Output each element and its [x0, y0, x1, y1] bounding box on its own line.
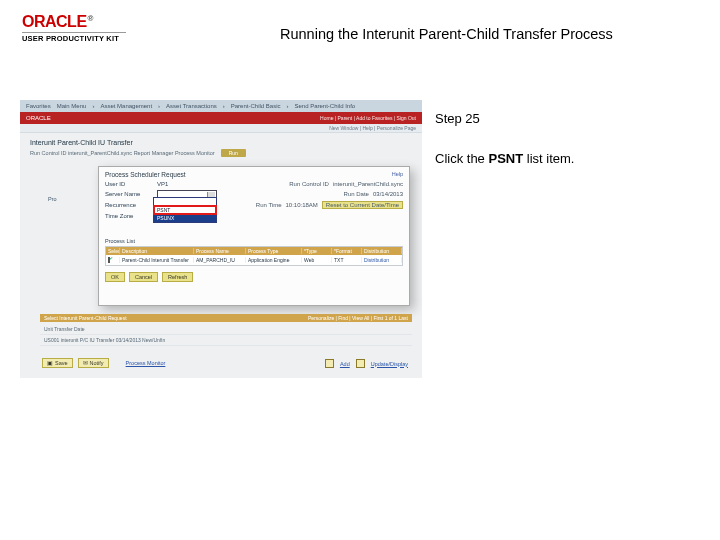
reset-time-button[interactable]: Reset to Current Date/Time — [322, 201, 403, 209]
refresh-button[interactable]: Refresh — [162, 272, 193, 282]
grid-row-checkbox[interactable] — [108, 257, 110, 263]
grid-row-process-name: AM_PARCHD_IU — [194, 257, 246, 263]
grid-row-distribution-link[interactable]: Distribution — [362, 257, 402, 263]
brand-logo-divider — [22, 32, 126, 33]
run-time-value: 10:10:18AM — [286, 202, 318, 208]
update-icon — [356, 359, 365, 368]
brand-logo-reg: ® — [88, 14, 93, 23]
breadcrumb-item[interactable]: Main Menu — [57, 103, 87, 109]
grid-row-description: Parent-Child Interunit Transfer — [120, 257, 194, 263]
server-name-label: Server Name — [105, 191, 151, 197]
user-id-value: VP1 — [157, 181, 168, 187]
section-title: Interunit Parent-Child IU Transfer — [20, 133, 422, 149]
breadcrumb-bar: Favorites Main Menu › Asset Management ›… — [20, 100, 422, 112]
recurrence-label: Recurrence — [105, 202, 151, 208]
app-screenshot-thumbnail: Favorites Main Menu › Asset Management ›… — [20, 100, 422, 378]
run-control-text: Run Control ID interunit_ParentChild.syn… — [30, 150, 215, 156]
breadcrumb-item[interactable]: Send Parent-Child Info — [294, 103, 355, 109]
save-icon: ▣ — [47, 360, 53, 366]
run-control-row: Run Control ID interunit_ParentChild.syn… — [20, 149, 422, 161]
lower-grid-data-row: US001 interunit P/C IU Transfer 03/14/20… — [40, 335, 412, 346]
process-list-label: Process List — [99, 238, 409, 244]
brand-logo-text: ORACLE® — [22, 14, 132, 30]
step-label: Step 25 — [435, 110, 695, 128]
truncated-label: Pro — [48, 196, 57, 202]
page-tools-links[interactable]: New Window | Help | Personalize Page — [329, 125, 416, 131]
dropdown-option-blank[interactable] — [154, 198, 216, 206]
app-header-bar: ORACLE Home | Parent | Add to Favorites … — [20, 112, 422, 124]
process-scheduler-modal: Process Scheduler Request Help User ID V… — [98, 166, 410, 306]
grid-row-process-type: Application Engine — [246, 257, 302, 263]
lower-grid-header-row: Unit Transfer Date — [40, 324, 412, 335]
page-footer-right: Add Update/Display — [325, 359, 408, 368]
grid-header-format: *Format — [332, 248, 362, 254]
page-title: Running the Interunit Parent-Child Trans… — [280, 26, 702, 42]
brand-logo-subtitle: USER PRODUCTIVITY KIT — [22, 34, 132, 43]
breadcrumb-item[interactable]: Favorites — [26, 103, 51, 109]
run-control-id-value: interunit_ParentChild.sync — [333, 181, 403, 187]
run-button[interactable]: Run — [221, 149, 246, 157]
add-icon — [325, 359, 334, 368]
process-monitor-link[interactable]: Process Monitor — [126, 360, 166, 366]
process-list-grid: Select Description Process Name Process … — [105, 246, 403, 266]
modal-title: Process Scheduler Request — [105, 171, 186, 178]
time-zone-label: Time Zone — [105, 213, 151, 219]
instruction-panel: Step 25 Click the PSNT list item. — [435, 110, 695, 168]
grid-header-select: Select — [106, 248, 120, 254]
app-header-links[interactable]: Home | Parent | Add to Favorites | Sign … — [320, 115, 416, 121]
lower-grid-title: Select Interunit Parent-Child Request — [44, 315, 127, 321]
instruction-prefix: Click the — [435, 151, 488, 166]
add-link[interactable]: Add — [340, 361, 350, 367]
run-time-label: Run Time — [256, 202, 282, 208]
grid-header-description: Description — [120, 248, 194, 254]
run-date-value: 03/14/2013 — [373, 191, 403, 197]
lower-request-grid: Select Interunit Parent-Child Request Pe… — [40, 314, 412, 346]
user-id-label: User ID — [105, 181, 151, 187]
lower-grid-tools[interactable]: Personalize | Find | View All | First 1 … — [308, 315, 408, 321]
breadcrumb-item[interactable]: Asset Management — [100, 103, 152, 109]
dropdown-option-psnt[interactable]: PSNT — [154, 206, 216, 214]
instruction-body: Click the PSNT list item. — [435, 150, 695, 168]
grid-header-process-type: Process Type — [246, 248, 302, 254]
instruction-suffix: list item. — [523, 151, 574, 166]
grid-row-format[interactable]: TXT — [332, 257, 362, 263]
save-button[interactable]: ▣Save — [42, 358, 73, 368]
brand-logo-block: ORACLE® USER PRODUCTIVITY KIT — [22, 14, 132, 43]
page-footer-left: ▣Save ✉Notify Process Monitor — [42, 358, 165, 368]
grid-row-type[interactable]: Web — [302, 257, 332, 263]
grid-row: Parent-Child Interunit Transfer AM_PARCH… — [106, 255, 402, 265]
notify-button[interactable]: ✉Notify — [78, 358, 109, 368]
grid-header-distribution: Distribution — [362, 248, 402, 254]
page-tools-bar: New Window | Help | Personalize Page — [20, 124, 422, 133]
notify-icon: ✉ — [83, 360, 88, 366]
server-name-dropdown-list: PSNT PSUNX — [153, 197, 217, 223]
run-date-label: Run Date — [344, 191, 369, 197]
breadcrumb-item[interactable]: Parent-Child Basic — [231, 103, 281, 109]
ok-button[interactable]: OK — [105, 272, 125, 282]
cancel-button[interactable]: Cancel — [129, 272, 158, 282]
instruction-bold: PSNT — [488, 151, 523, 166]
update-display-link[interactable]: Update/Display — [371, 361, 408, 367]
grid-header-process-name: Process Name — [194, 248, 246, 254]
modal-help-link[interactable]: Help — [392, 171, 403, 178]
run-control-id-label: Run Control ID — [289, 181, 329, 187]
grid-header-row: Select Description Process Name Process … — [106, 247, 402, 255]
brand-logo-oracle: ORACLE — [22, 13, 87, 30]
breadcrumb-item[interactable]: Asset Transactions — [166, 103, 217, 109]
app-header-brand: ORACLE — [26, 115, 51, 121]
dropdown-option-psunx[interactable]: PSUNX — [154, 214, 216, 222]
grid-header-type: *Type — [302, 248, 332, 254]
